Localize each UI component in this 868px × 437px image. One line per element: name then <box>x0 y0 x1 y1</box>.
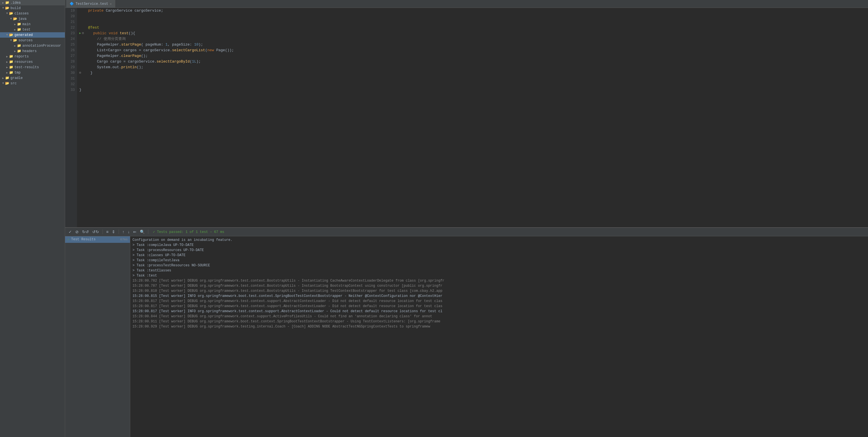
sort-alpha-btn[interactable]: ≡ <box>105 229 110 235</box>
tree-item-classes[interactable]: ▼ 📂 classes <box>0 11 65 16</box>
arrow-idea: ▶ <box>1 1 5 4</box>
console-line-9: 15:28:00.787 [Test worker] DEBUG org.spr… <box>132 283 866 288</box>
tree-label-src: src <box>10 82 17 86</box>
test-results-panel: ✓ Test Results 67ms <box>65 236 130 437</box>
check-icon: ✓ <box>67 238 69 242</box>
toolbar-sep-3 <box>148 229 148 234</box>
tree-item-reports[interactable]: ▶ 📁 reports <box>0 54 65 59</box>
arrow-annotationprocessor: ▶ <box>13 44 17 48</box>
test-result-item-0[interactable]: ✓ Test Results 67ms <box>65 236 130 243</box>
folder-icon-gradle: 📁 <box>5 76 9 80</box>
code-line-31 <box>79 76 866 82</box>
folder-icon-tmp: 📁 <box>9 70 13 75</box>
folder-icon-build: 📂 <box>5 6 9 10</box>
import-btn[interactable]: ⇐ <box>132 229 137 235</box>
code-content: private CargoService cargoService; @Test… <box>77 8 868 227</box>
folder-icon-test-results: 📁 <box>9 65 13 69</box>
tree-label-tmp: tmp <box>14 71 21 75</box>
tree-item-gradle[interactable]: ▶ 📁 gradle <box>0 75 65 81</box>
tree-label-generated: generated <box>14 33 33 37</box>
tree-label-idea: .idea <box>10 1 21 5</box>
console-line-7: > Task :test <box>132 273 866 278</box>
code-line-27: PageHelper.clearPage(); <box>79 53 866 59</box>
stop-btn[interactable]: ⊘ <box>74 229 80 235</box>
arrow-main: ▶ <box>13 23 17 26</box>
arrow-src: ▼ <box>1 82 5 85</box>
tree-label-classes: classes <box>14 11 29 15</box>
tree-item-idea[interactable]: ▶ 📁 .idea <box>0 0 65 5</box>
arrow-gradle: ▶ <box>1 76 5 80</box>
tree-label-gradle: gradle <box>10 76 23 80</box>
rerun-failed-btn[interactable]: ↻↺ <box>81 229 90 235</box>
code-line-30: ⊟ } <box>79 70 866 76</box>
arrow-test-results: ▶ <box>5 66 9 69</box>
file-tree[interactable]: ▶ 📁 .idea ▼ 📂 build ▼ 📂 classes ▼ 📂 java <box>0 0 65 437</box>
prev-fail-btn[interactable]: ↑ <box>121 229 125 235</box>
arrow-java: ▼ <box>9 17 13 20</box>
toolbar-sep-1 <box>102 229 103 234</box>
folder-icon-headers: 📁 <box>17 49 21 53</box>
tree-item-java[interactable]: ▼ 📂 java <box>0 16 65 22</box>
sort-duration-btn[interactable]: ⇕ <box>111 229 116 235</box>
tabs-bar: 🔷 TestService.test ✕ <box>65 0 868 8</box>
folder-icon-main: 📁 <box>17 22 21 26</box>
arrow-tmp: ▶ <box>5 71 9 74</box>
console-line-11: 15:28:00.815 [Test worker] INFO org.spri… <box>132 293 866 299</box>
console-line-3: > Task :classes UP-TO-DATE <box>132 253 866 258</box>
bottom-content: ✓ Test Results 67ms Configuration on dem… <box>65 236 868 437</box>
tree-label-annotationprocessor: annotationProcessor <box>22 44 61 48</box>
arrow-classes: ▼ <box>5 12 9 15</box>
tree-item-build[interactable]: ▼ 📂 build <box>0 5 65 11</box>
console-line-10: 15:28:00.810 [Test worker] DEBUG org.spr… <box>132 288 866 293</box>
pass-badge: ✓ Tests passed: 1 of 1 test – 67 ms <box>153 230 224 234</box>
code-line-23: ▶ ⊟ public void test(){ <box>79 31 866 36</box>
arrow-build: ▼ <box>1 6 5 10</box>
search-btn[interactable]: 🔍 <box>139 229 146 235</box>
run-test-btn[interactable]: ▶ <box>79 31 81 36</box>
arrow-sources: ▼ <box>9 39 13 42</box>
console-line-0: Configuration on demand is an incubating… <box>132 238 866 243</box>
code-line-28: Cargo cargo = cargoService.selectCargoBy… <box>79 59 866 65</box>
pass-label: Tests passed: 1 of 1 test – 67 ms <box>157 230 224 234</box>
folder-icon-generated: 📂 <box>9 33 13 37</box>
console-line-4: > Task :compileTestJava <box>132 258 866 263</box>
console-line-13: 15:28:00.817 [Test worker] DEBUG org.spr… <box>132 304 866 309</box>
folder-icon-idea: 📁 <box>5 1 9 5</box>
console-line-6: > Task :testClasses <box>132 268 866 273</box>
tree-item-generated[interactable]: ▼ 📂 generated <box>0 32 65 38</box>
tree-item-src[interactable]: ▼ 📂 src <box>0 81 65 86</box>
next-fail-btn[interactable]: ↓ <box>127 229 131 235</box>
tree-label-main: main <box>22 22 31 26</box>
tree-item-tmp[interactable]: ▶ 📁 tmp <box>0 70 65 75</box>
run-all-btn[interactable]: ✓ <box>67 229 73 235</box>
console-line-14: 15:28:00.817 [Test worker] INFO org.spri… <box>132 309 866 314</box>
tree-item-sources[interactable]: ▼ 📂 sources <box>0 38 65 43</box>
tree-item-annotationprocessor[interactable]: ▶ 📁 annotationProcessor <box>0 43 65 49</box>
tree-item-main[interactable]: ▶ 📁 main <box>0 22 65 27</box>
console-line-1: > Task :compileJava UP-TO-DATE <box>132 243 866 248</box>
code-line-19: private CargoService cargoService; <box>79 8 866 13</box>
code-line-22: @Test <box>79 25 866 31</box>
code-line-21 <box>79 19 866 25</box>
code-line-33: } <box>79 87 866 93</box>
tree-item-test[interactable]: ▶ 📁 test <box>0 27 65 32</box>
code-line-20 <box>79 13 866 19</box>
arrow-generated: ▼ <box>5 33 9 36</box>
tree-item-test-results[interactable]: ▶ 📁 test-results <box>0 65 65 70</box>
folder-icon-annotationprocessor: 📁 <box>17 43 21 48</box>
console-line-12: 15:28:00.817 [Test worker] DEBUG org.spr… <box>132 299 866 304</box>
code-line-29: System.out.println(); <box>79 65 866 70</box>
tree-item-resources[interactable]: ▶ 📁 resources <box>0 59 65 65</box>
folder-icon-sources: 📂 <box>13 38 17 42</box>
folder-icon-java: 📂 <box>13 17 17 21</box>
tab-testservice[interactable]: 🔷 TestService.test ✕ <box>66 0 115 8</box>
code-line-26: List<Cargo> cargos = cargoService.select… <box>79 48 866 53</box>
console-output[interactable]: Configuration on demand is an incubating… <box>130 236 868 437</box>
tab-close-btn[interactable]: ✕ <box>110 2 112 6</box>
tree-item-headers[interactable]: ▶ 📁 headers <box>0 49 65 54</box>
console-line-5: > Task :processTestResources NO-SOURCE <box>132 263 866 268</box>
rerun-all-btn[interactable]: ↺↻ <box>91 229 100 235</box>
console-line-8: 15:28:00.782 [Test worker] DEBUG org.spr… <box>132 278 866 283</box>
folder-icon-resources: 📁 <box>9 60 13 64</box>
bottom-panel: ✓ ⊘ ↻↺ ↺↻ ≡ ⇕ ↑ ↓ ⇐ 🔍 ✓ Tests passed: 1 … <box>65 227 868 437</box>
